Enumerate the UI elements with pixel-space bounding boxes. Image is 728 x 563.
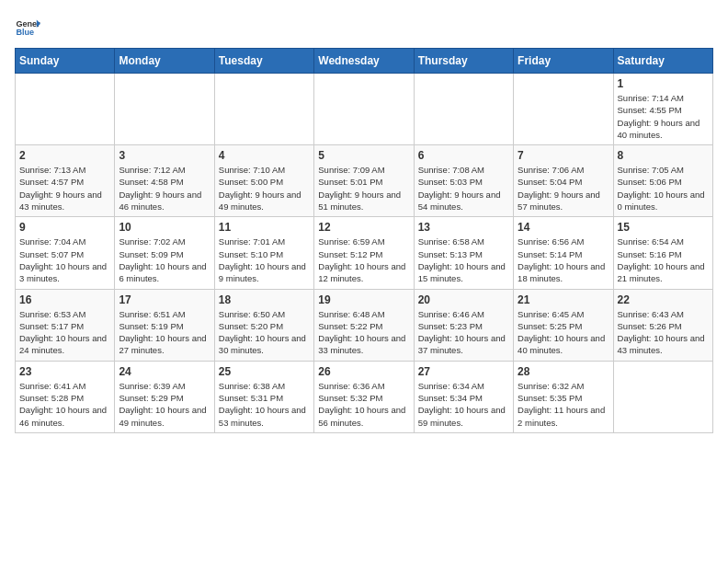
calendar-cell: 22Sunrise: 6:43 AM Sunset: 5:26 PM Dayli… xyxy=(613,289,712,361)
day-info: Sunrise: 7:05 AM Sunset: 5:06 PM Dayligh… xyxy=(618,164,709,213)
weekday-header-tuesday: Tuesday xyxy=(214,49,313,74)
calendar-cell: 9Sunrise: 7:04 AM Sunset: 5:07 PM Daylig… xyxy=(16,217,115,289)
weekday-header-saturday: Saturday xyxy=(613,49,712,74)
day-number: 5 xyxy=(318,149,409,162)
calendar-cell: 6Sunrise: 7:08 AM Sunset: 5:03 PM Daylig… xyxy=(414,145,513,217)
day-number: 14 xyxy=(518,221,609,234)
day-info: Sunrise: 6:36 AM Sunset: 5:32 PM Dayligh… xyxy=(318,380,409,429)
day-number: 10 xyxy=(119,221,210,234)
weekday-header-wednesday: Wednesday xyxy=(314,49,414,74)
calendar-cell: 19Sunrise: 6:48 AM Sunset: 5:22 PM Dayli… xyxy=(314,289,414,361)
day-number: 1 xyxy=(618,77,709,90)
calendar-cell: 10Sunrise: 7:02 AM Sunset: 5:09 PM Dayli… xyxy=(115,217,214,289)
day-info: Sunrise: 7:01 AM Sunset: 5:10 PM Dayligh… xyxy=(219,236,310,284)
calendar-cell xyxy=(514,74,613,145)
day-number: 19 xyxy=(318,293,409,306)
calendar-cell: 17Sunrise: 6:51 AM Sunset: 5:19 PM Dayli… xyxy=(115,289,214,361)
calendar-header-row: SundayMondayTuesdayWednesdayThursdayFrid… xyxy=(16,49,713,74)
calendar-cell: 20Sunrise: 6:46 AM Sunset: 5:23 PM Dayli… xyxy=(414,289,513,361)
calendar-cell: 7Sunrise: 7:06 AM Sunset: 5:04 PM Daylig… xyxy=(514,145,613,217)
day-number: 22 xyxy=(618,293,709,306)
calendar-week-1: 1Sunrise: 7:14 AM Sunset: 4:55 PM Daylig… xyxy=(16,74,713,145)
day-number: 4 xyxy=(219,149,310,162)
day-number: 20 xyxy=(418,293,509,306)
day-info: Sunrise: 7:02 AM Sunset: 5:09 PM Dayligh… xyxy=(119,236,210,284)
day-info: Sunrise: 7:04 AM Sunset: 5:07 PM Dayligh… xyxy=(19,236,110,284)
day-info: Sunrise: 6:48 AM Sunset: 5:22 PM Dayligh… xyxy=(318,308,409,357)
day-info: Sunrise: 7:13 AM Sunset: 4:57 PM Dayligh… xyxy=(19,164,110,213)
day-number: 26 xyxy=(318,365,409,378)
weekday-header-monday: Monday xyxy=(115,49,214,74)
day-number: 11 xyxy=(219,221,310,234)
day-number: 13 xyxy=(418,221,509,234)
calendar-cell: 14Sunrise: 6:56 AM Sunset: 5:14 PM Dayli… xyxy=(514,217,613,289)
day-number: 8 xyxy=(618,149,709,162)
calendar-week-3: 9Sunrise: 7:04 AM Sunset: 5:07 PM Daylig… xyxy=(16,217,713,289)
day-info: Sunrise: 7:08 AM Sunset: 5:03 PM Dayligh… xyxy=(418,164,509,213)
day-number: 3 xyxy=(119,149,210,162)
calendar-cell: 13Sunrise: 6:58 AM Sunset: 5:13 PM Dayli… xyxy=(414,217,513,289)
day-info: Sunrise: 7:14 AM Sunset: 4:55 PM Dayligh… xyxy=(618,92,709,141)
calendar-cell xyxy=(414,74,513,145)
day-info: Sunrise: 6:50 AM Sunset: 5:20 PM Dayligh… xyxy=(219,308,310,357)
calendar-cell xyxy=(115,74,214,145)
day-info: Sunrise: 6:46 AM Sunset: 5:23 PM Dayligh… xyxy=(418,308,509,357)
day-number: 2 xyxy=(19,149,110,162)
calendar-cell xyxy=(16,74,115,145)
calendar-week-5: 23Sunrise: 6:41 AM Sunset: 5:28 PM Dayli… xyxy=(16,361,713,432)
calendar-cell: 21Sunrise: 6:45 AM Sunset: 5:25 PM Dayli… xyxy=(514,289,613,361)
day-number: 17 xyxy=(119,293,210,306)
day-info: Sunrise: 6:54 AM Sunset: 5:16 PM Dayligh… xyxy=(618,236,709,284)
calendar-cell: 27Sunrise: 6:34 AM Sunset: 5:34 PM Dayli… xyxy=(414,361,513,432)
calendar-cell: 28Sunrise: 6:32 AM Sunset: 5:35 PM Dayli… xyxy=(514,361,613,432)
calendar-table: SundayMondayTuesdayWednesdayThursdayFrid… xyxy=(15,48,713,433)
logo-icon: General Blue xyxy=(15,15,40,40)
calendar-header: General Blue xyxy=(15,15,713,40)
svg-text:Blue: Blue xyxy=(16,28,34,37)
day-info: Sunrise: 6:38 AM Sunset: 5:31 PM Dayligh… xyxy=(219,380,310,429)
day-number: 9 xyxy=(19,221,110,234)
logo: General Blue xyxy=(15,15,44,40)
day-info: Sunrise: 6:59 AM Sunset: 5:12 PM Dayligh… xyxy=(318,236,409,284)
day-info: Sunrise: 6:43 AM Sunset: 5:26 PM Dayligh… xyxy=(618,308,709,357)
calendar-week-4: 16Sunrise: 6:53 AM Sunset: 5:17 PM Dayli… xyxy=(16,289,713,361)
calendar-cell: 23Sunrise: 6:41 AM Sunset: 5:28 PM Dayli… xyxy=(16,361,115,432)
day-info: Sunrise: 6:58 AM Sunset: 5:13 PM Dayligh… xyxy=(418,236,509,284)
calendar-cell: 5Sunrise: 7:09 AM Sunset: 5:01 PM Daylig… xyxy=(314,145,414,217)
day-number: 21 xyxy=(518,293,609,306)
calendar-week-2: 2Sunrise: 7:13 AM Sunset: 4:57 PM Daylig… xyxy=(16,145,713,217)
calendar-cell: 4Sunrise: 7:10 AM Sunset: 5:00 PM Daylig… xyxy=(214,145,313,217)
weekday-header-thursday: Thursday xyxy=(414,49,513,74)
day-info: Sunrise: 6:41 AM Sunset: 5:28 PM Dayligh… xyxy=(19,380,110,429)
calendar-cell: 15Sunrise: 6:54 AM Sunset: 5:16 PM Dayli… xyxy=(613,217,712,289)
calendar-cell: 16Sunrise: 6:53 AM Sunset: 5:17 PM Dayli… xyxy=(16,289,115,361)
weekday-header-sunday: Sunday xyxy=(16,49,115,74)
weekday-header-friday: Friday xyxy=(514,49,613,74)
day-number: 25 xyxy=(219,365,310,378)
calendar-cell: 1Sunrise: 7:14 AM Sunset: 4:55 PM Daylig… xyxy=(613,74,712,145)
day-number: 12 xyxy=(318,221,409,234)
day-info: Sunrise: 6:39 AM Sunset: 5:29 PM Dayligh… xyxy=(119,380,210,429)
day-info: Sunrise: 7:09 AM Sunset: 5:01 PM Dayligh… xyxy=(318,164,409,213)
calendar-cell xyxy=(613,361,712,432)
day-number: 15 xyxy=(618,221,709,234)
calendar-cell: 26Sunrise: 6:36 AM Sunset: 5:32 PM Dayli… xyxy=(314,361,414,432)
day-number: 27 xyxy=(418,365,509,378)
calendar-cell: 11Sunrise: 7:01 AM Sunset: 5:10 PM Dayli… xyxy=(214,217,313,289)
day-info: Sunrise: 6:34 AM Sunset: 5:34 PM Dayligh… xyxy=(418,380,509,429)
day-number: 16 xyxy=(19,293,110,306)
calendar-cell xyxy=(214,74,313,145)
day-info: Sunrise: 6:56 AM Sunset: 5:14 PM Dayligh… xyxy=(518,236,609,284)
day-info: Sunrise: 6:51 AM Sunset: 5:19 PM Dayligh… xyxy=(119,308,210,357)
day-number: 7 xyxy=(518,149,609,162)
calendar-cell: 24Sunrise: 6:39 AM Sunset: 5:29 PM Dayli… xyxy=(115,361,214,432)
day-number: 28 xyxy=(518,365,609,378)
day-info: Sunrise: 6:53 AM Sunset: 5:17 PM Dayligh… xyxy=(19,308,110,357)
day-info: Sunrise: 7:12 AM Sunset: 4:58 PM Dayligh… xyxy=(119,164,210,213)
day-number: 24 xyxy=(119,365,210,378)
calendar-cell: 3Sunrise: 7:12 AM Sunset: 4:58 PM Daylig… xyxy=(115,145,214,217)
day-info: Sunrise: 7:06 AM Sunset: 5:04 PM Dayligh… xyxy=(518,164,609,213)
day-info: Sunrise: 6:45 AM Sunset: 5:25 PM Dayligh… xyxy=(518,308,609,357)
day-number: 23 xyxy=(19,365,110,378)
calendar-cell: 25Sunrise: 6:38 AM Sunset: 5:31 PM Dayli… xyxy=(214,361,313,432)
